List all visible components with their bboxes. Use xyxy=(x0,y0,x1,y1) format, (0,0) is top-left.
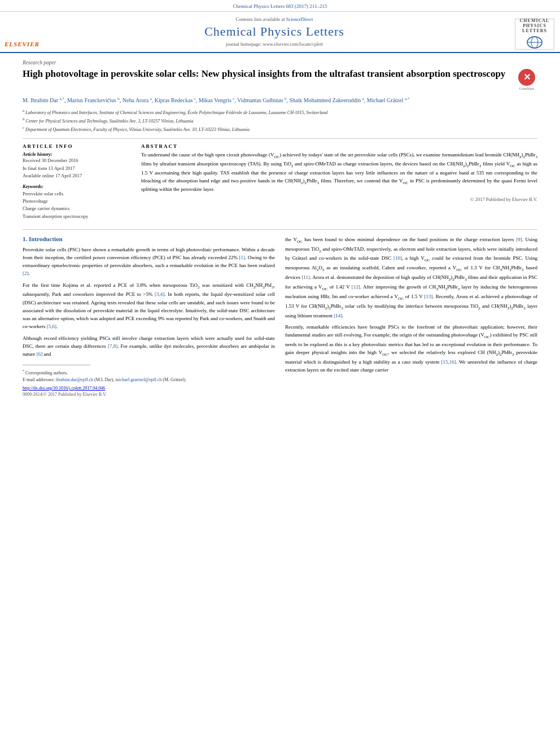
body-para-right-2: Recently, remarkable efficiencies have b… xyxy=(285,323,537,374)
crossmark-circle: ✕ xyxy=(518,69,535,86)
keyword-1: Perovskite solar cells xyxy=(23,190,130,198)
journal-homepage: journal homepage: www.elsevier.com/locat… xyxy=(226,41,323,47)
received-date: Received 30 December 2016 xyxy=(23,157,130,165)
body-col-left: 1. Introduction Perovskite solar cells (… xyxy=(23,235,275,397)
elsevier-logo: ELSEVIER xyxy=(5,41,40,47)
logo-text-3: LETTERS xyxy=(522,28,547,33)
main-content: Research paper High photovoltage in pero… xyxy=(0,53,560,404)
paper-title: High photovoltage in perovskite solar ce… xyxy=(23,68,510,81)
body-para-right-1: the VOC has been found to show minimal d… xyxy=(285,235,537,320)
journal-header: ELSEVIER Contents lists available at Sci… xyxy=(0,12,560,53)
keywords-label: Keywords: xyxy=(23,184,130,189)
email-link-1[interactable]: ibrahim.dar@epfl.ch xyxy=(56,377,93,382)
final-date: In final form 13 April 2017 xyxy=(23,165,130,173)
body-para-1: Perovskite solar cells (PSC) have shown … xyxy=(23,246,275,278)
keywords-section: Keywords: Perovskite solar cells Photovo… xyxy=(23,184,130,220)
article-info-heading: ARTICLE INFO xyxy=(23,143,130,149)
journal-title: Chemical Physics Letters xyxy=(204,24,344,39)
affiliation-b: b Center for Physical Sciences and Techn… xyxy=(23,116,537,125)
journal-logo-area: CHEMICAL PHYSICS LETTERS xyxy=(509,16,560,52)
affiliation-a: a Laboratory of Photonics and Interfaces… xyxy=(23,108,537,116)
top-citation: Chemical Physics Letters 683 (2017) 211–… xyxy=(0,0,560,12)
abstract-text: To understand the cause of the high open… xyxy=(141,151,537,194)
affiliation-c: c Department of Quantum Electronics, Fac… xyxy=(23,125,537,133)
email-link-2[interactable]: michael.graetzel@epfl.ch xyxy=(115,377,161,382)
article-abstract-section: ARTICLE INFO Article history: Received 3… xyxy=(23,143,537,223)
authors: M. Ibrahim Dar a,*, Marius Franckevičius… xyxy=(23,96,537,104)
article-history: Article history: Received 30 December 20… xyxy=(23,151,130,180)
paper-title-row: High photovoltage in perovskite solar ce… xyxy=(23,68,537,90)
keyword-3: Charge carrier dynamics xyxy=(23,205,130,212)
contents-line: Contents lists available at ScienceDirec… xyxy=(236,16,313,22)
paper-type: Research paper xyxy=(23,60,537,65)
logo-text-1: CHEMICAL xyxy=(520,18,550,23)
body-para-2: For the first time Kojima et al. reporte… xyxy=(23,281,275,331)
issn-line: 0009-2614/© 2017 Published by Elsevier B… xyxy=(23,392,275,397)
elsevier-logo-area: ELSEVIER xyxy=(0,16,40,52)
history-label: Article history: xyxy=(23,151,130,157)
body-col-right: the VOC has been found to show minimal d… xyxy=(285,235,537,397)
abstract-heading: ABSTRACT xyxy=(141,143,537,149)
journal-header-center: Contents lists available at ScienceDirec… xyxy=(40,16,509,52)
article-dates: Received 30 December 2016 In final form … xyxy=(23,157,130,180)
section-divider xyxy=(23,138,537,139)
copyright: © 2017 Published by Elsevier B.V. xyxy=(141,196,537,202)
crossmark-icon: ✕ xyxy=(523,73,531,82)
body-divider xyxy=(23,229,537,230)
logo-icon xyxy=(526,36,543,50)
sciencedirect-link[interactable]: ScienceDirect xyxy=(286,16,313,22)
abstract-column: ABSTRACT To understand the cause of the … xyxy=(141,143,537,223)
footnote-emails: E-mail addresses: ibrahim.dar@epfl.ch (M… xyxy=(23,377,275,383)
journal-logo-box: CHEMICAL PHYSICS LETTERS xyxy=(515,19,554,50)
logo-text-2: PHYSICS xyxy=(523,23,546,28)
keyword-4: Transient absorption spectroscopy xyxy=(23,213,130,220)
footnote-divider xyxy=(23,365,90,365)
body-section: 1. Introduction Perovskite solar cells (… xyxy=(23,235,537,397)
article-info-column: ARTICLE INFO Article history: Received 3… xyxy=(23,143,130,223)
intro-heading: 1. Introduction xyxy=(23,235,275,242)
doi-line[interactable]: http://dx.doi.org/10.1016/j.cplett.2017.… xyxy=(23,386,275,391)
page: Chemical Physics Letters 683 (2017) 211–… xyxy=(0,0,560,747)
crossmark[interactable]: ✕ CrossMark xyxy=(516,69,537,90)
affiliations: a Laboratory of Photonics and Interfaces… xyxy=(23,108,537,133)
footnote-corresponding: * Corresponding authors. xyxy=(23,369,275,377)
available-date: Available online 17 April 2017 xyxy=(23,172,130,180)
keyword-2: Photovoltage xyxy=(23,198,130,205)
crossmark-label: CrossMark xyxy=(519,87,535,90)
doi-link[interactable]: http://dx.doi.org/10.1016/j.cplett.2017.… xyxy=(23,386,105,391)
body-para-3: Although record efficiency yielding PSCs… xyxy=(23,334,275,359)
